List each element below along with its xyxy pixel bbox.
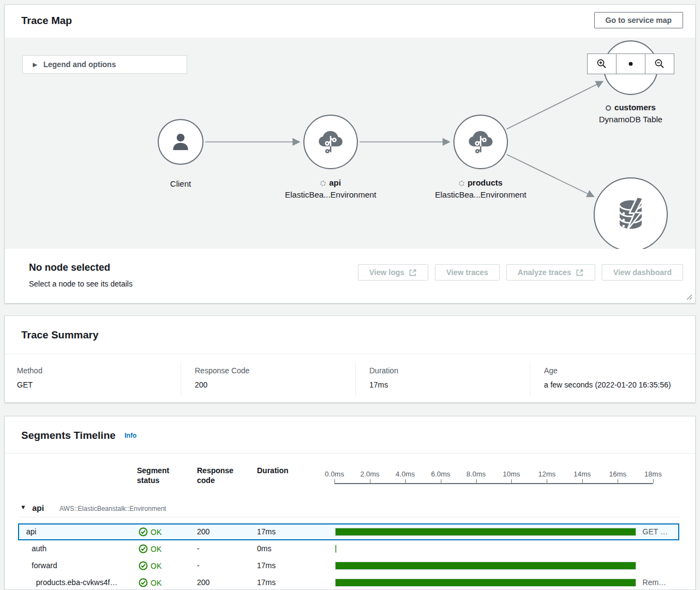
panel-resize-handle[interactable] xyxy=(685,293,693,301)
segment-response-code: 200 xyxy=(197,527,210,536)
button-label: View logs xyxy=(369,268,404,277)
dynamodb-icon xyxy=(610,194,651,235)
zoom-out-button[interactable] xyxy=(645,53,674,74)
node-detail-buttons: View logsView tracesAnalyze tracesView d… xyxy=(358,264,683,281)
segment-duration: 0ms xyxy=(257,544,271,553)
segment-status-text: OK xyxy=(151,528,161,537)
node-circle-client[interactable] xyxy=(158,119,204,165)
node-name-text: customers xyxy=(614,103,656,112)
segment-status: OK xyxy=(139,544,161,553)
segment-name: forward xyxy=(32,561,57,570)
axis-tick-label: 8.0ms xyxy=(459,470,494,478)
axis-tick-mark xyxy=(547,479,547,483)
summary-field-label: Method xyxy=(17,366,181,375)
node-name: api xyxy=(260,178,402,187)
go-to-service-map-button[interactable]: Go to service map xyxy=(594,12,683,28)
segment-response-code: - xyxy=(197,544,200,553)
no-node-selected-title: No node selected xyxy=(29,262,110,273)
timeline-axis-line xyxy=(334,483,653,484)
segment-status-text: OK xyxy=(151,545,161,553)
segment-duration-bar[interactable] xyxy=(335,545,337,553)
resize-grip-icon xyxy=(685,293,693,301)
expand-triangle-icon: ▶ xyxy=(33,61,37,68)
summary-field-value: a few seconds (2022-01-20 16:35:56) xyxy=(544,380,695,389)
segment-status-text: OK xyxy=(151,562,161,570)
axis-tick-label: 0.0ms xyxy=(317,470,352,478)
axis-tick-mark xyxy=(653,479,654,483)
trace-summary-title: Trace Summary xyxy=(21,329,99,341)
axis-tick-label: 18ms xyxy=(636,470,671,478)
trace-map-node-api[interactable]: apiElasticBea...Environment xyxy=(303,115,358,169)
segment-response-code: 200 xyxy=(197,578,210,587)
trace-map-node-dynamodb[interactable] xyxy=(594,177,668,249)
summary-field-method: MethodGET xyxy=(5,362,181,396)
trace-summary-header: Trace Summary xyxy=(5,316,695,354)
segment-status: OK xyxy=(139,578,161,587)
segment-row-products-eba-cvkws4f-[interactable]: products.eba-cvkws4f…OK20017msRem… xyxy=(18,574,679,590)
node-type-text: ElasticBea...Environment xyxy=(260,190,402,199)
segment-name: products.eba-cvkws4f… xyxy=(36,578,117,587)
trace-map-node-products[interactable]: productsElasticBea...Environment xyxy=(453,115,508,169)
node-circle-api[interactable] xyxy=(303,115,358,169)
axis-tick-mark xyxy=(441,479,441,483)
segment-duration-bar[interactable] xyxy=(335,562,636,570)
segment-bar-label: Rem… xyxy=(643,578,667,587)
node-label-api: apiElasticBea...Environment xyxy=(260,178,402,199)
segment-duration: 17ms xyxy=(257,561,276,570)
segment-duration-bar[interactable] xyxy=(335,579,636,587)
trace-summary-fields: MethodGETResponse Code200Duration17msAge… xyxy=(5,362,695,396)
axis-tick-label: 6.0ms xyxy=(423,470,458,478)
node-circle-products[interactable] xyxy=(453,115,508,169)
segment-status-text: OK xyxy=(151,579,161,587)
axis-tick-label: 10ms xyxy=(494,470,529,478)
axis-tick-label: 12ms xyxy=(529,470,564,478)
axis-tick-label: 4.0ms xyxy=(388,470,423,478)
zoom-in-button[interactable] xyxy=(587,53,617,74)
no-node-selected-subtitle: Select a node to see its details xyxy=(29,279,133,288)
info-link[interactable]: Info xyxy=(124,432,136,439)
axis-tick-label: 2.0ms xyxy=(352,470,387,478)
axis-tick-mark xyxy=(370,479,370,483)
view-traces-button[interactable]: View traces xyxy=(435,264,500,281)
summary-field-label: Response Code xyxy=(195,366,355,375)
segments-timeline-header: Segments Timeline Info xyxy=(5,416,695,454)
segment-duration-bar[interactable] xyxy=(335,528,636,536)
segments-table-header: Segment statusResponse codeDuration0.0ms… xyxy=(5,454,695,500)
summary-field-value: 200 xyxy=(195,380,355,389)
segment-response-code: - xyxy=(197,561,200,570)
ok-status-icon xyxy=(139,527,148,537)
user-icon xyxy=(168,129,193,154)
node-name-text: products xyxy=(468,178,502,187)
segment-row-forward[interactable]: forwardOK-17ms xyxy=(18,557,679,574)
trace-map-header: Trace Map Go to service map xyxy=(5,5,695,27)
ok-status-icon xyxy=(139,578,148,587)
node-status-indicator-icon xyxy=(459,181,464,186)
segment-group-row: ▼ api AWS::ElasticBeanstalk::Environment xyxy=(18,500,680,517)
legend-and-options-toggle[interactable]: ▶ Legend and options xyxy=(22,55,187,74)
summary-field-duration: Duration17ms xyxy=(355,362,530,396)
collapse-triangle-icon[interactable]: ▼ xyxy=(20,504,26,510)
trace-map-canvas[interactable]: ClientapiElasticBea...Environmentproduct… xyxy=(5,38,695,249)
segment-row-api[interactable]: apiOK20017msGET … xyxy=(18,523,679,540)
trace-map-panel: Trace Map Go to service map ClientapiEla… xyxy=(4,4,696,303)
analyze-traces-button[interactable]: Analyze traces xyxy=(506,264,595,281)
axis-tick-label: 14ms xyxy=(565,470,600,478)
zoom-controls xyxy=(587,53,674,74)
axis-tick-mark xyxy=(618,479,618,483)
elastic-beanstalk-icon xyxy=(315,126,346,158)
segment-row-auth[interactable]: authOK-0ms xyxy=(18,540,679,557)
recenter-button[interactable] xyxy=(616,53,645,74)
view-dashboard-button[interactable]: View dashboard xyxy=(602,264,683,281)
node-label-customers: customersDynamoDB Table xyxy=(560,103,695,124)
node-label-products: productsElasticBea...Environment xyxy=(410,178,552,199)
axis-tick-mark xyxy=(476,479,477,483)
view-logs-button[interactable]: View logs xyxy=(358,264,428,281)
summary-field-value: GET xyxy=(17,380,181,389)
node-details-strip: No node selected Select a node to see it… xyxy=(5,249,695,303)
node-circle-dynamodb[interactable] xyxy=(594,177,668,249)
zoom-in-icon xyxy=(596,58,607,69)
node-status-indicator-icon xyxy=(606,105,611,111)
trace-map-node-client[interactable]: Client xyxy=(158,119,204,165)
trace-page: Trace Map Go to service map ClientapiEla… xyxy=(0,0,700,590)
segment-name: api xyxy=(26,527,37,536)
